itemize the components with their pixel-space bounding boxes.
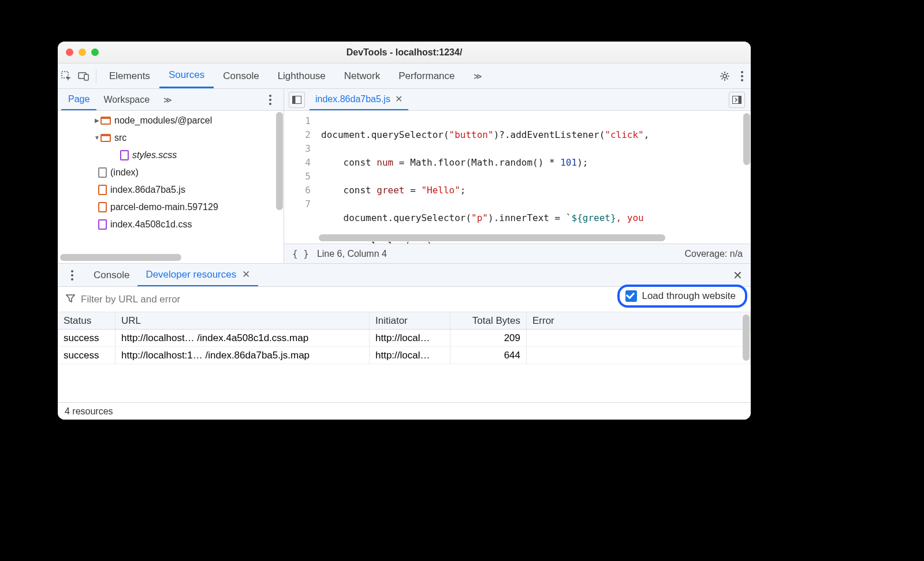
minimize-window-icon[interactable] xyxy=(79,48,86,56)
more-menu-icon[interactable] xyxy=(733,68,751,85)
file-icon xyxy=(98,185,107,195)
tab-lighthouse[interactable]: Lighthouse xyxy=(269,63,335,88)
drawer-menu-icon[interactable] xyxy=(64,267,81,284)
col-url[interactable]: URL xyxy=(116,312,370,329)
drawer-tab-console[interactable]: Console xyxy=(85,264,137,286)
svg-rect-5 xyxy=(293,96,296,103)
drawer-panel: Console Developer resources ✕ ✕ Load thr… xyxy=(58,263,751,420)
tree-label: index.86da7ba5.js xyxy=(110,181,185,199)
main-tabs: Elements Sources Console Lighthouse Netw… xyxy=(58,63,751,89)
navigator-tab-page[interactable]: Page xyxy=(61,89,96,110)
pretty-print-icon[interactable]: { } xyxy=(292,248,309,259)
tree-scrollbar-vertical[interactable] xyxy=(276,112,283,246)
navigator-more-icon[interactable] xyxy=(262,91,279,109)
resources-table: Status URL Initiator Total Bytes Error s… xyxy=(58,312,751,402)
tree-file-indexjs[interactable]: index.86da7ba5.js xyxy=(58,181,284,199)
tab-console[interactable]: Console xyxy=(214,63,268,88)
col-initiator[interactable]: Initiator xyxy=(370,312,450,329)
tree-label: node_modules/@parcel xyxy=(114,112,212,129)
close-drawer-icon[interactable]: ✕ xyxy=(733,268,743,282)
cursor-position: Line 6, Column 4 xyxy=(317,249,387,259)
separator xyxy=(96,69,96,83)
window-controls xyxy=(66,48,99,56)
file-icon xyxy=(98,219,107,230)
svg-rect-7 xyxy=(739,96,742,103)
window-title: DevTools - localhost:1234/ xyxy=(58,47,751,58)
table-row[interactable]: success http://localhost:1… /index.86da7… xyxy=(58,347,751,364)
editor-tab-indexjs[interactable]: index.86da7ba5.js ✕ xyxy=(310,89,408,110)
table-scrollbar-vertical[interactable] xyxy=(743,315,750,361)
devtools-window: DevTools - localhost:1234/ Elements Sour… xyxy=(58,42,751,420)
tab-elements[interactable]: Elements xyxy=(100,63,159,88)
col-error[interactable]: Error xyxy=(527,312,751,329)
close-drawer-tab-icon[interactable]: ✕ xyxy=(242,268,250,280)
svg-rect-2 xyxy=(84,74,88,80)
device-toggle-icon[interactable] xyxy=(75,68,92,85)
tree-folder-src[interactable]: ▼src xyxy=(58,129,284,147)
inspect-element-icon[interactable] xyxy=(58,68,75,85)
load-through-label: Load through website xyxy=(642,290,736,302)
zoom-window-icon[interactable] xyxy=(91,48,99,56)
tree-file-indexcss[interactable]: index.4a508c1d.css xyxy=(58,216,284,233)
titlebar: DevTools - localhost:1234/ xyxy=(58,42,751,63)
folder-icon xyxy=(100,117,111,125)
tab-network[interactable]: Network xyxy=(335,63,389,88)
tree-label: parcel-demo-main.597129 xyxy=(110,199,218,216)
code-editor[interactable]: 1234567 document.querySelector("button")… xyxy=(284,111,751,244)
editor-statusbar: { } Line 6, Column 4 Coverage: n/a xyxy=(284,244,751,263)
col-status[interactable]: Status xyxy=(58,312,116,329)
code-scrollbar-horizontal[interactable] xyxy=(319,234,665,241)
tree-label: styles.scss xyxy=(132,147,177,164)
tree-label: (index) xyxy=(110,164,139,181)
svg-point-3 xyxy=(723,74,726,78)
file-tree: ▶node_modules/@parcel ▼src styles.scss (… xyxy=(58,111,284,263)
tree-file-parcel[interactable]: parcel-demo-main.597129 xyxy=(58,199,284,216)
sources-panel: Page Workspace ≫ ▶node_modules/@parcel ▼… xyxy=(58,89,751,263)
navigator-tab-workspace[interactable]: Workspace xyxy=(96,89,157,110)
navigator-tabs: Page Workspace ≫ xyxy=(58,89,284,111)
col-total-bytes[interactable]: Total Bytes xyxy=(450,312,527,329)
close-window-icon[interactable] xyxy=(66,48,73,56)
line-gutter: 1234567 xyxy=(284,111,316,244)
editor-tab-label: index.86da7ba5.js xyxy=(315,94,390,104)
folder-icon xyxy=(100,134,111,142)
tree-scrollbar-horizontal[interactable] xyxy=(60,254,181,261)
coverage-status: Coverage: n/a xyxy=(684,249,743,259)
tree-label: src xyxy=(114,129,126,147)
settings-gear-icon[interactable] xyxy=(716,68,733,85)
tree-file-index[interactable]: (index) xyxy=(58,164,284,181)
toggle-navigator-icon[interactable] xyxy=(289,92,305,108)
file-icon xyxy=(98,167,107,178)
code-scrollbar-vertical[interactable] xyxy=(743,113,750,165)
filter-icon xyxy=(66,294,75,305)
drawer-toolbar: Load through website xyxy=(58,287,751,312)
drawer-tabs: Console Developer resources ✕ ✕ xyxy=(58,264,751,287)
close-tab-icon[interactable]: ✕ xyxy=(395,94,403,104)
code-content: document.querySelector("button")?.addEve… xyxy=(316,111,649,244)
editor-tabs: index.86da7ba5.js ✕ xyxy=(284,89,751,111)
navigator-tabs-overflow-icon[interactable]: ≫ xyxy=(157,89,179,110)
tree-label: index.4a508c1d.css xyxy=(110,216,192,233)
caret-right-icon: ▶ xyxy=(94,112,100,129)
tab-performance[interactable]: Performance xyxy=(389,63,464,88)
file-icon xyxy=(120,150,129,160)
tabs-overflow-icon[interactable]: ≫ xyxy=(464,63,491,88)
editor-pane: index.86da7ba5.js ✕ 1234567 document.que… xyxy=(284,89,751,263)
caret-down-icon: ▼ xyxy=(94,129,100,147)
load-through-website-checkbox[interactable]: Load through website xyxy=(617,285,747,308)
toggle-debugger-icon[interactable] xyxy=(729,92,745,108)
resource-count: 4 resources xyxy=(65,406,113,417)
tab-sources[interactable]: Sources xyxy=(159,63,214,88)
drawer-statusbar: 4 resources xyxy=(58,402,751,420)
checkbox-checked-icon xyxy=(625,290,637,302)
navigator-pane: Page Workspace ≫ ▶node_modules/@parcel ▼… xyxy=(58,89,284,263)
drawer-tab-developer-resources[interactable]: Developer resources ✕ xyxy=(137,264,258,286)
table-header: Status URL Initiator Total Bytes Error xyxy=(58,312,751,330)
tree-folder-node-modules[interactable]: ▶node_modules/@parcel xyxy=(58,112,284,129)
tree-file-styles[interactable]: styles.scss xyxy=(58,147,284,164)
table-row[interactable]: success http://localhost… /index.4a508c1… xyxy=(58,330,751,347)
file-icon xyxy=(98,202,107,212)
